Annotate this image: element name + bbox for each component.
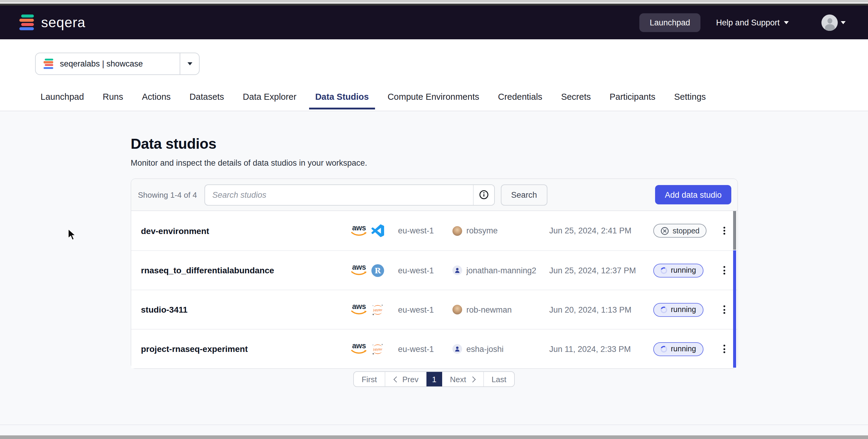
- pagination-prev[interactable]: Prev: [385, 372, 426, 386]
- created-date: Jun 25, 2024, 12:37 PM: [549, 266, 653, 275]
- owner: rob-newman: [453, 305, 549, 314]
- search-button[interactable]: Search: [501, 184, 548, 205]
- tab-credentials[interactable]: Credentials: [498, 92, 542, 109]
- chevron-down-icon: [841, 21, 846, 24]
- row-menu-button[interactable]: [717, 223, 731, 238]
- tab-actions[interactable]: Actions: [142, 92, 170, 109]
- user-menu[interactable]: [822, 14, 846, 31]
- tab-settings[interactable]: Settings: [674, 92, 706, 109]
- tab-launchpad[interactable]: Launchpad: [40, 92, 84, 109]
- workspace-name: seqeralabs | showcase: [60, 59, 180, 68]
- status-cell: running: [653, 263, 717, 277]
- top-navbar: seqera Launchpad Help and Support: [0, 5, 868, 39]
- owner-username: jonathan-manning2: [466, 266, 536, 275]
- aws-icon: aws: [351, 304, 367, 316]
- pagination-group: First Prev 1 Next Last: [353, 371, 515, 387]
- tab-compute-environments[interactable]: Compute Environments: [388, 92, 479, 109]
- tab-runs[interactable]: Runs: [103, 92, 123, 109]
- provider-platform-icons: awsjupyter: [351, 343, 398, 355]
- studio-row[interactable]: project-rnaseq-experimentawsjupytereu-we…: [131, 329, 737, 368]
- provider-platform-icons: aws: [351, 224, 398, 237]
- studio-name[interactable]: project-rnaseq-experiment: [141, 344, 351, 354]
- table-scrollbar[interactable]: [733, 211, 736, 368]
- owner: robsyme: [453, 226, 549, 236]
- status-cell: stopped: [653, 224, 717, 238]
- add-data-studio-button[interactable]: Add data studio: [655, 185, 731, 205]
- pagination-last[interactable]: Last: [484, 372, 514, 386]
- row-menu-button[interactable]: [717, 302, 731, 317]
- tab-data-explorer[interactable]: Data Explorer: [243, 92, 297, 109]
- chevron-right-icon: [470, 377, 475, 381]
- user-avatar-photo: [453, 226, 462, 236]
- info-circle-icon: [479, 190, 489, 199]
- pagination-current-page[interactable]: 1: [427, 372, 442, 386]
- owner: jonathan-manning2: [453, 265, 549, 275]
- studio-name[interactable]: rnaseq_to_differentialabundance: [141, 265, 351, 275]
- results-count: Showing 1-4 of 4: [138, 190, 205, 199]
- status-badge: running: [653, 263, 703, 277]
- prev-label: Prev: [402, 375, 418, 384]
- created-date: Jun 25, 2024, 2:41 PM: [549, 226, 653, 235]
- studios-table: dev-environmentawseu-west-1robsymeJun 25…: [131, 211, 737, 368]
- vscode-icon: [371, 224, 384, 237]
- status-label: stopped: [673, 226, 700, 235]
- page-subtitle: Monitor and inspect the details of data …: [131, 158, 367, 167]
- user-avatar-generic: [453, 344, 462, 354]
- search-input[interactable]: [205, 185, 473, 205]
- status-cell: running: [653, 303, 717, 317]
- chevron-down-icon: [784, 21, 789, 24]
- workspace-tabs: LaunchpadRunsActionsDatasetsData Explore…: [40, 92, 706, 109]
- spinner-icon: [660, 345, 668, 353]
- tab-data-studios[interactable]: Data Studios: [309, 92, 375, 109]
- r-lang-icon: R: [371, 264, 384, 277]
- pagination-first[interactable]: First: [354, 372, 385, 386]
- studio-name[interactable]: studio-3411: [141, 305, 351, 314]
- region: eu-west-1: [398, 305, 453, 314]
- pagination-next[interactable]: Next: [442, 372, 484, 386]
- launchpad-button[interactable]: Launchpad: [639, 13, 701, 32]
- seqera-logo-icon: [43, 58, 54, 69]
- search-info-button[interactable]: [473, 185, 494, 205]
- studio-name[interactable]: dev-environment: [141, 226, 351, 236]
- aws-icon: aws: [351, 225, 367, 237]
- workspace-selector[interactable]: seqeralabs | showcase: [35, 53, 199, 75]
- aws-icon: aws: [351, 264, 367, 276]
- jupyter-icon: jupyter: [371, 303, 384, 316]
- help-and-support-menu[interactable]: Help and Support: [716, 18, 789, 27]
- page-title: Data studios: [131, 135, 216, 152]
- next-label: Next: [450, 375, 466, 384]
- status-label: running: [671, 345, 696, 353]
- studio-row[interactable]: rnaseq_to_differentialabundanceawsReu-we…: [131, 250, 737, 290]
- help-label: Help and Support: [716, 18, 780, 27]
- svg-text:jupyter: jupyter: [373, 347, 382, 351]
- created-date: Jun 11, 2024, 2:33 PM: [549, 344, 653, 353]
- person-icon: [454, 346, 460, 352]
- spinner-icon: [660, 305, 668, 314]
- owner-username: robsyme: [466, 226, 498, 235]
- search-input-group: [205, 184, 495, 205]
- created-date: Jun 20, 2024, 1:13 PM: [549, 305, 653, 314]
- user-avatar-generic: [453, 265, 462, 275]
- spinner-icon: [660, 266, 668, 275]
- scrollbar-track-blue: [733, 250, 736, 368]
- tab-datasets[interactable]: Datasets: [189, 92, 224, 109]
- jupyter-icon: jupyter: [371, 343, 384, 355]
- brand[interactable]: seqera: [19, 14, 86, 31]
- workspace-dropdown-button[interactable]: [180, 53, 199, 74]
- brand-name: seqera: [41, 14, 86, 31]
- mouse-cursor: [68, 228, 76, 241]
- chevron-left-icon: [393, 377, 398, 381]
- studio-row[interactable]: dev-environmentawseu-west-1robsymeJun 25…: [131, 211, 737, 250]
- footer-divider: [0, 425, 868, 425]
- status-badge: running: [653, 303, 703, 317]
- tab-secrets[interactable]: Secrets: [561, 92, 591, 109]
- row-menu-button[interactable]: [717, 263, 731, 278]
- tab-participants[interactable]: Participants: [610, 92, 655, 109]
- filter-toolbar: Showing 1-4 of 4 Search Add data studio: [131, 179, 737, 211]
- owner-username: rob-newman: [466, 305, 512, 314]
- person-icon: [454, 267, 460, 273]
- scrollbar-thumb[interactable]: [733, 211, 736, 250]
- studio-row[interactable]: studio-3411awsjupytereu-west-1rob-newman…: [131, 290, 737, 329]
- window-chrome-top: [0, 0, 868, 2]
- row-menu-button[interactable]: [717, 342, 731, 356]
